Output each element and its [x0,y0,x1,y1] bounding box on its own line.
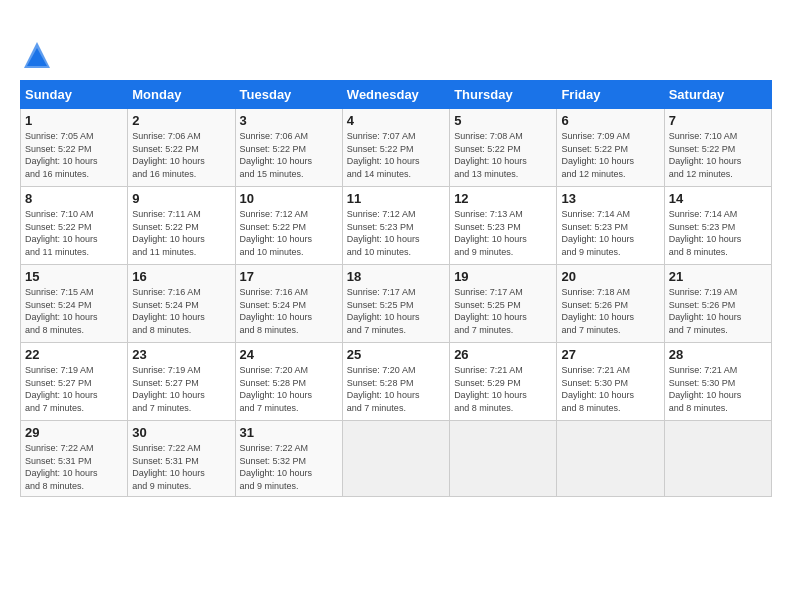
calendar-cell: 27Sunrise: 7:21 AM Sunset: 5:30 PM Dayli… [557,343,664,421]
day-info: Sunrise: 7:06 AM Sunset: 5:22 PM Dayligh… [240,130,338,180]
day-number: 5 [454,113,552,128]
day-info: Sunrise: 7:20 AM Sunset: 5:28 PM Dayligh… [240,364,338,414]
calendar-cell: 31Sunrise: 7:22 AM Sunset: 5:32 PM Dayli… [235,421,342,497]
calendar-cell: 20Sunrise: 7:18 AM Sunset: 5:26 PM Dayli… [557,265,664,343]
logo [20,18,52,70]
col-header-wednesday: Wednesday [342,81,449,109]
day-info: Sunrise: 7:16 AM Sunset: 5:24 PM Dayligh… [132,286,230,336]
calendar-cell: 8Sunrise: 7:10 AM Sunset: 5:22 PM Daylig… [21,187,128,265]
col-header-thursday: Thursday [450,81,557,109]
day-info: Sunrise: 7:22 AM Sunset: 5:31 PM Dayligh… [25,442,123,492]
day-number: 3 [240,113,338,128]
day-number: 2 [132,113,230,128]
calendar-cell [557,421,664,497]
calendar-table: SundayMondayTuesdayWednesdayThursdayFrid… [20,80,772,497]
day-info: Sunrise: 7:20 AM Sunset: 5:28 PM Dayligh… [347,364,445,414]
calendar-cell: 16Sunrise: 7:16 AM Sunset: 5:24 PM Dayli… [128,265,235,343]
calendar-cell: 3Sunrise: 7:06 AM Sunset: 5:22 PM Daylig… [235,109,342,187]
day-info: Sunrise: 7:11 AM Sunset: 5:22 PM Dayligh… [132,208,230,258]
day-number: 17 [240,269,338,284]
day-info: Sunrise: 7:10 AM Sunset: 5:22 PM Dayligh… [25,208,123,258]
day-info: Sunrise: 7:21 AM Sunset: 5:30 PM Dayligh… [669,364,767,414]
day-number: 16 [132,269,230,284]
day-number: 30 [132,425,230,440]
calendar-cell: 22Sunrise: 7:19 AM Sunset: 5:27 PM Dayli… [21,343,128,421]
calendar-cell: 29Sunrise: 7:22 AM Sunset: 5:31 PM Dayli… [21,421,128,497]
logo-content [20,18,52,70]
day-info: Sunrise: 7:21 AM Sunset: 5:30 PM Dayligh… [561,364,659,414]
day-number: 12 [454,191,552,206]
week-row-5: 29Sunrise: 7:22 AM Sunset: 5:31 PM Dayli… [21,421,772,497]
week-row-3: 15Sunrise: 7:15 AM Sunset: 5:24 PM Dayli… [21,265,772,343]
day-number: 29 [25,425,123,440]
day-number: 27 [561,347,659,362]
col-header-tuesday: Tuesday [235,81,342,109]
calendar-cell: 5Sunrise: 7:08 AM Sunset: 5:22 PM Daylig… [450,109,557,187]
calendar-cell: 6Sunrise: 7:09 AM Sunset: 5:22 PM Daylig… [557,109,664,187]
week-row-1: 1Sunrise: 7:05 AM Sunset: 5:22 PM Daylig… [21,109,772,187]
day-number: 20 [561,269,659,284]
day-number: 4 [347,113,445,128]
day-info: Sunrise: 7:19 AM Sunset: 5:26 PM Dayligh… [669,286,767,336]
calendar-cell: 10Sunrise: 7:12 AM Sunset: 5:22 PM Dayli… [235,187,342,265]
day-info: Sunrise: 7:13 AM Sunset: 5:23 PM Dayligh… [454,208,552,258]
day-number: 10 [240,191,338,206]
day-number: 8 [25,191,123,206]
calendar-cell: 1Sunrise: 7:05 AM Sunset: 5:22 PM Daylig… [21,109,128,187]
week-row-4: 22Sunrise: 7:19 AM Sunset: 5:27 PM Dayli… [21,343,772,421]
calendar-cell: 17Sunrise: 7:16 AM Sunset: 5:24 PM Dayli… [235,265,342,343]
day-info: Sunrise: 7:22 AM Sunset: 5:31 PM Dayligh… [132,442,230,492]
day-info: Sunrise: 7:18 AM Sunset: 5:26 PM Dayligh… [561,286,659,336]
calendar-cell: 2Sunrise: 7:06 AM Sunset: 5:22 PM Daylig… [128,109,235,187]
day-info: Sunrise: 7:06 AM Sunset: 5:22 PM Dayligh… [132,130,230,180]
day-info: Sunrise: 7:12 AM Sunset: 5:22 PM Dayligh… [240,208,338,258]
col-header-saturday: Saturday [664,81,771,109]
calendar-cell: 19Sunrise: 7:17 AM Sunset: 5:25 PM Dayli… [450,265,557,343]
day-number: 18 [347,269,445,284]
calendar-cell [664,421,771,497]
day-info: Sunrise: 7:22 AM Sunset: 5:32 PM Dayligh… [240,442,338,492]
day-number: 1 [25,113,123,128]
calendar-cell: 7Sunrise: 7:10 AM Sunset: 5:22 PM Daylig… [664,109,771,187]
calendar-cell: 14Sunrise: 7:14 AM Sunset: 5:23 PM Dayli… [664,187,771,265]
day-info: Sunrise: 7:08 AM Sunset: 5:22 PM Dayligh… [454,130,552,180]
calendar-cell: 28Sunrise: 7:21 AM Sunset: 5:30 PM Dayli… [664,343,771,421]
day-number: 15 [25,269,123,284]
day-info: Sunrise: 7:09 AM Sunset: 5:22 PM Dayligh… [561,130,659,180]
day-info: Sunrise: 7:16 AM Sunset: 5:24 PM Dayligh… [240,286,338,336]
calendar-cell: 24Sunrise: 7:20 AM Sunset: 5:28 PM Dayli… [235,343,342,421]
calendar-cell [450,421,557,497]
day-number: 6 [561,113,659,128]
day-number: 23 [132,347,230,362]
page-container: SundayMondayTuesdayWednesdayThursdayFrid… [0,0,792,507]
week-row-2: 8Sunrise: 7:10 AM Sunset: 5:22 PM Daylig… [21,187,772,265]
day-info: Sunrise: 7:07 AM Sunset: 5:22 PM Dayligh… [347,130,445,180]
day-info: Sunrise: 7:21 AM Sunset: 5:29 PM Dayligh… [454,364,552,414]
calendar-cell: 18Sunrise: 7:17 AM Sunset: 5:25 PM Dayli… [342,265,449,343]
day-number: 25 [347,347,445,362]
day-number: 28 [669,347,767,362]
day-info: Sunrise: 7:14 AM Sunset: 5:23 PM Dayligh… [561,208,659,258]
calendar-cell: 25Sunrise: 7:20 AM Sunset: 5:28 PM Dayli… [342,343,449,421]
day-number: 9 [132,191,230,206]
day-info: Sunrise: 7:05 AM Sunset: 5:22 PM Dayligh… [25,130,123,180]
col-header-sunday: Sunday [21,81,128,109]
calendar-cell: 30Sunrise: 7:22 AM Sunset: 5:31 PM Dayli… [128,421,235,497]
header-row: SundayMondayTuesdayWednesdayThursdayFrid… [21,81,772,109]
day-number: 21 [669,269,767,284]
calendar-cell: 9Sunrise: 7:11 AM Sunset: 5:22 PM Daylig… [128,187,235,265]
calendar-cell: 26Sunrise: 7:21 AM Sunset: 5:29 PM Dayli… [450,343,557,421]
calendar-cell: 13Sunrise: 7:14 AM Sunset: 5:23 PM Dayli… [557,187,664,265]
day-info: Sunrise: 7:10 AM Sunset: 5:22 PM Dayligh… [669,130,767,180]
col-header-monday: Monday [128,81,235,109]
calendar-cell: 15Sunrise: 7:15 AM Sunset: 5:24 PM Dayli… [21,265,128,343]
day-number: 11 [347,191,445,206]
day-number: 19 [454,269,552,284]
calendar-cell: 23Sunrise: 7:19 AM Sunset: 5:27 PM Dayli… [128,343,235,421]
day-number: 7 [669,113,767,128]
logo-text [20,18,52,70]
day-number: 26 [454,347,552,362]
day-number: 22 [25,347,123,362]
col-header-friday: Friday [557,81,664,109]
day-number: 24 [240,347,338,362]
